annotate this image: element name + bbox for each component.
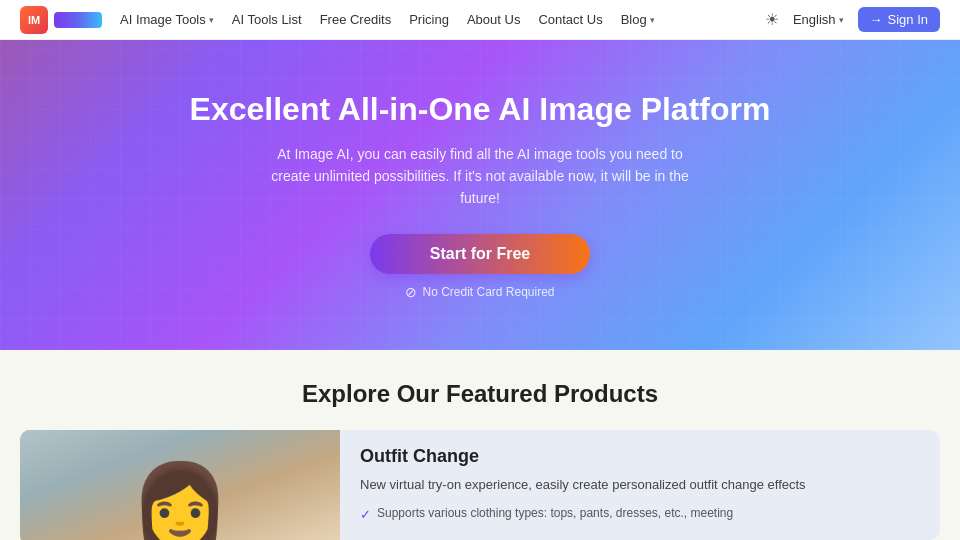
featured-grid: Outfit Change New virtual try-on experie… [20, 430, 940, 540]
chevron-down-icon: ▾ [839, 15, 844, 25]
language-selector[interactable]: English ▾ [793, 12, 844, 27]
chevron-down-icon: ▾ [650, 15, 655, 25]
check-circle-icon: ⊘ [405, 284, 417, 300]
sign-in-icon: → [870, 12, 883, 27]
chevron-down-icon: ▾ [209, 15, 214, 25]
outfit-feature-item: ✓ Supports various clothing types: tops,… [360, 505, 920, 524]
hero-title: Excellent All-in-One AI Image Platform [190, 90, 771, 128]
outfit-change-description: New virtual try-on experience, easily cr… [360, 475, 920, 495]
nav-blog[interactable]: Blog ▾ [621, 12, 655, 27]
feature-check-icon: ✓ [360, 506, 371, 524]
theme-toggle-button[interactable]: ☀ [765, 10, 779, 29]
featured-title: Explore Our Featured Products [20, 380, 940, 408]
navbar-left: IM AI Image Tools ▾ AI Tools List Free C… [20, 6, 655, 34]
cta-button[interactable]: Start for Free [370, 234, 590, 274]
navbar-right: ☀ English ▾ → Sign In [765, 7, 940, 32]
nav-pricing[interactable]: Pricing [409, 12, 449, 27]
nav-about-us[interactable]: About Us [467, 12, 520, 27]
outfit-change-image [20, 430, 340, 540]
featured-section: Explore Our Featured Products Outfit Cha… [0, 350, 960, 540]
hero-section: Excellent All-in-One AI Image Platform A… [0, 40, 960, 350]
hero-subtitle: At Image AI, you can easily find all the… [270, 143, 690, 210]
sign-in-button[interactable]: → Sign In [858, 7, 940, 32]
outfit-change-title: Outfit Change [360, 446, 920, 467]
nav-ai-image-tools[interactable]: AI Image Tools ▾ [120, 12, 214, 27]
logo-icon: IM [20, 6, 48, 34]
logo[interactable]: IM [20, 6, 102, 34]
outfit-change-card: Outfit Change New virtual try-on experie… [340, 430, 940, 540]
nav-free-credits[interactable]: Free Credits [320, 12, 392, 27]
navbar: IM AI Image Tools ▾ AI Tools List Free C… [0, 0, 960, 40]
no-credit-card-notice: ⊘ No Credit Card Required [405, 284, 554, 300]
nav-ai-tools-list[interactable]: AI Tools List [232, 12, 302, 27]
logo-bar [54, 12, 102, 28]
nav-contact-us[interactable]: Contact Us [538, 12, 602, 27]
